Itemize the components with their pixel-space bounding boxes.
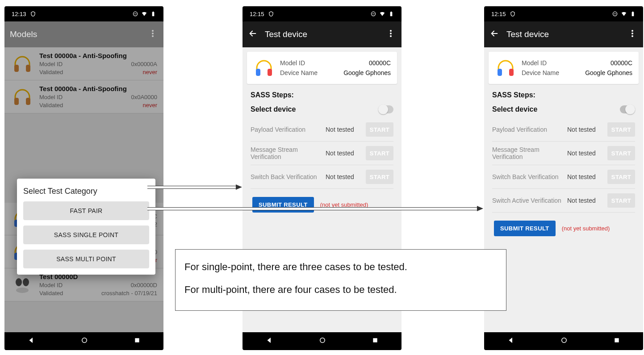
select-device-toggle[interactable] (620, 105, 635, 113)
select-device-label: Select device (251, 105, 296, 113)
step-item: Payload Verification Not tested START (251, 118, 393, 142)
sass-multi-point-button[interactable]: SASS MULTI POINT (23, 250, 149, 268)
svg-point-4 (152, 30, 154, 32)
overflow-menu-icon[interactable] (385, 30, 396, 39)
app-bar-title: Models (10, 29, 140, 39)
app-bar: Test device (243, 21, 401, 47)
svg-rect-19 (135, 338, 139, 342)
select-device-toggle[interactable] (378, 105, 393, 113)
start-button[interactable]: START (366, 170, 393, 184)
status-time: 12:13 (12, 11, 26, 17)
model-list: Test 00000a - Anti-Spoofing Model ID0x00… (4, 47, 163, 332)
status-bar: 12:15 (243, 6, 401, 21)
step-list: Payload Verification Not tested START Me… (251, 118, 393, 189)
svg-point-26 (390, 35, 392, 37)
step-item: Payload Verification Not tested START (492, 118, 635, 142)
overflow-menu-icon[interactable] (147, 30, 158, 39)
start-button[interactable]: START (607, 122, 635, 137)
app-bar-title: Test device (506, 29, 620, 39)
svg-rect-3 (153, 12, 154, 12)
device-card: Model ID00000C Device NameGoogle Gphones (489, 52, 639, 84)
back-arrow-icon[interactable] (489, 29, 499, 40)
status-icon (268, 11, 274, 17)
svg-rect-22 (390, 12, 393, 16)
dnd-icon (612, 11, 618, 17)
status-time: 12:15 (250, 11, 264, 17)
wifi-icon (379, 11, 385, 17)
phone-test-multi: 12:15 Test device Model ID00000C Device … (484, 6, 643, 350)
step-list: Payload Verification Not tested START Me… (492, 118, 635, 213)
nav-back-icon[interactable] (507, 336, 515, 346)
start-button[interactable]: START (607, 193, 635, 208)
svg-rect-34 (632, 12, 633, 12)
dnd-icon (370, 11, 376, 17)
start-button[interactable]: START (607, 146, 635, 160)
nav-home-icon[interactable] (560, 336, 568, 346)
device-name-value: Google Gphones (585, 69, 632, 76)
svg-point-35 (631, 30, 633, 32)
step-status: Not tested (567, 173, 603, 180)
step-status: Not tested (326, 126, 361, 133)
fast-pair-button[interactable]: FAST PAIR (23, 201, 149, 220)
start-button[interactable]: START (607, 170, 635, 184)
svg-point-25 (390, 33, 392, 34)
step-name: Switch Back Verification (251, 173, 321, 180)
sass-steps-title: SASS Steps: (492, 91, 635, 99)
nav-back-icon[interactable] (27, 336, 35, 346)
step-name: Switch Back Verification (492, 173, 563, 180)
nav-bar (243, 332, 401, 350)
nav-recents-icon[interactable] (613, 337, 620, 346)
nav-recents-icon[interactable] (372, 337, 379, 346)
svg-point-5 (152, 33, 154, 34)
svg-rect-39 (509, 69, 514, 76)
step-item: Message Stream Verification Not tested S… (251, 142, 393, 165)
svg-point-6 (152, 35, 154, 37)
back-arrow-icon[interactable] (248, 29, 258, 40)
battery-icon (150, 11, 156, 17)
svg-rect-30 (373, 338, 377, 342)
nav-home-icon[interactable] (318, 336, 326, 346)
sass-steps-title: SASS Steps: (251, 91, 393, 99)
nav-recents-icon[interactable] (134, 337, 141, 346)
model-id-label: Model ID (280, 59, 305, 67)
sass-single-point-button[interactable]: SASS SINGLE POINT (23, 226, 149, 244)
step-name: Message Stream Verification (492, 146, 563, 160)
svg-point-29 (320, 338, 325, 343)
nav-back-icon[interactable] (265, 336, 273, 346)
start-button[interactable]: START (366, 122, 393, 137)
overflow-menu-icon[interactable] (627, 30, 638, 39)
step-status: Not tested (567, 126, 603, 133)
svg-rect-33 (632, 12, 634, 16)
step-name: Payload Verification (251, 126, 321, 133)
select-test-category-dialog: Select Test Category FAST PAIR SASS SING… (17, 179, 155, 275)
step-item: Switch Back Verification Not tested STAR… (251, 165, 393, 189)
status-bar: 12:15 (484, 6, 643, 21)
svg-rect-23 (391, 12, 392, 12)
select-device-label: Select device (492, 105, 537, 113)
device-name-label: Device Name (522, 69, 559, 76)
svg-point-37 (631, 35, 633, 37)
app-bar-title: Test device (265, 29, 378, 39)
battery-icon (388, 11, 394, 17)
svg-rect-2 (152, 12, 155, 16)
dnd-icon (132, 11, 138, 17)
nav-home-icon[interactable] (80, 336, 88, 346)
step-status: Not tested (567, 150, 603, 157)
status-icon (30, 11, 36, 17)
headphones-icon (253, 57, 275, 79)
submit-result-button[interactable]: SUBMIT RESULT (494, 221, 556, 236)
step-name: Message Stream Verification (251, 146, 321, 160)
svg-point-40 (562, 338, 567, 343)
nav-bar (484, 332, 643, 350)
status-bar: 12:13 (4, 6, 163, 21)
svg-rect-38 (498, 69, 502, 76)
app-bar: Test device (484, 21, 643, 47)
step-status: Not tested (567, 197, 603, 204)
model-id-value: 00000C (611, 59, 632, 67)
svg-rect-28 (268, 69, 272, 76)
step-status: Not tested (326, 173, 361, 180)
status-icon (510, 11, 516, 17)
start-button[interactable]: START (366, 146, 393, 160)
caption-line: For multi-point, there are four cases to… (184, 283, 497, 297)
model-id-value: 00000C (369, 59, 391, 67)
